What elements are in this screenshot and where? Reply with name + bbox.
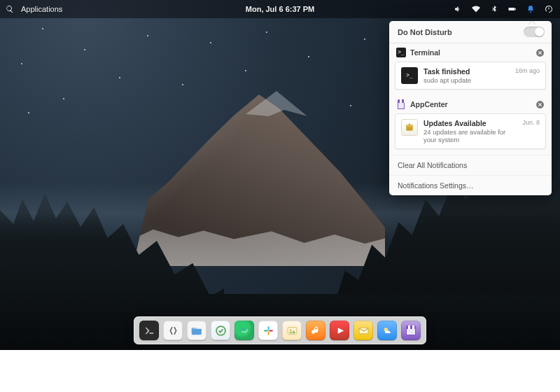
- bluetooth-icon[interactable]: [489, 4, 500, 15]
- dock-app-slack[interactable]: [258, 321, 278, 340]
- clear-section-icon[interactable]: [536, 48, 545, 57]
- clear-section-icon[interactable]: [536, 100, 545, 109]
- star: [28, 112, 29, 113]
- notification-time: Jun. 8: [522, 119, 540, 144]
- star: [84, 49, 85, 50]
- notification-section-header: AppCenter: [389, 95, 552, 112]
- notifications-icon[interactable]: [525, 4, 536, 15]
- svg-point-7: [241, 328, 244, 330]
- svg-rect-10: [264, 330, 268, 331]
- star: [42, 28, 43, 29]
- notification-title: Task finished: [424, 67, 510, 76]
- svg-rect-3: [406, 125, 412, 127]
- battery-icon[interactable]: [507, 4, 518, 15]
- svg-rect-11: [269, 330, 273, 331]
- volume-icon[interactable]: [452, 4, 463, 15]
- dock-app-files[interactable]: [187, 321, 206, 340]
- dock-app-web[interactable]: [234, 321, 254, 340]
- notification-body: sudo apt update: [424, 76, 510, 84]
- dnd-label: Do Not Disturb: [398, 28, 452, 36]
- dock-app-tasks[interactable]: [211, 321, 230, 340]
- dock-app-mail[interactable]: [354, 321, 373, 340]
- clock[interactable]: Mon, Jul 6 6:37 PM: [246, 5, 314, 13]
- star: [350, 105, 351, 106]
- notification-body: 24 updates are available for your system: [424, 128, 517, 144]
- section-app-name: AppCenter: [410, 100, 448, 108]
- svg-rect-8: [267, 326, 269, 330]
- notification-card[interactable]: Task finished sudo apt update 16m ago: [395, 62, 546, 90]
- star: [245, 70, 246, 71]
- notification-card[interactable]: Updates Available 24 updates are availab…: [395, 113, 546, 149]
- svg-rect-4: [409, 124, 410, 125]
- dock-app-weather[interactable]: [377, 321, 397, 340]
- star: [210, 42, 211, 43]
- terminal-icon: [401, 67, 418, 84]
- updates-icon: [401, 119, 418, 136]
- appcenter-icon: [405, 326, 417, 335]
- clear-all-button[interactable]: Clear All Notifications: [389, 155, 552, 175]
- svg-point-13: [289, 329, 291, 331]
- notification-title: Updates Available: [424, 119, 517, 127]
- session-icon[interactable]: [543, 4, 554, 15]
- applications-menu[interactable]: Applications: [6, 5, 62, 13]
- star: [364, 38, 365, 40]
- dock-app-code[interactable]: [163, 321, 183, 340]
- dnd-row: Do Not Disturb: [389, 21, 552, 43]
- star: [147, 35, 148, 36]
- star: [308, 56, 309, 57]
- dnd-toggle[interactable]: [524, 27, 545, 37]
- notification-section-header: Terminal: [389, 43, 552, 60]
- star: [119, 77, 120, 78]
- applications-label: Applications: [21, 5, 62, 13]
- section-app-name: Terminal: [410, 48, 440, 57]
- desktop: Applications Mon, Jul 6 6:37 PM: [0, 0, 560, 350]
- notification-settings-button[interactable]: Notifications Settings…: [389, 175, 552, 195]
- svg-rect-9: [267, 331, 269, 335]
- star: [21, 63, 22, 64]
- svg-point-6: [240, 326, 249, 335]
- terminal-icon: [396, 48, 406, 57]
- dock-app-videos[interactable]: [330, 321, 349, 340]
- dock-app-music[interactable]: [306, 321, 326, 340]
- star: [182, 84, 183, 85]
- star: [63, 98, 64, 99]
- notification-time: 16m ago: [515, 67, 540, 84]
- svg-rect-14: [359, 328, 368, 334]
- dock: [134, 316, 426, 344]
- dock-app-appcenter[interactable]: [401, 321, 421, 340]
- network-icon[interactable]: [470, 4, 482, 15]
- system-tray: [452, 4, 554, 15]
- search-icon: [6, 5, 14, 13]
- datetime-label: Mon, Jul 6 6:37 PM: [246, 5, 314, 13]
- appcenter-icon: [396, 99, 406, 109]
- notification-popover: Do Not Disturb Terminal Task finished su…: [389, 21, 552, 195]
- star: [266, 31, 267, 33]
- dock-app-terminal[interactable]: [139, 321, 159, 340]
- dock-app-photos[interactable]: [282, 321, 302, 340]
- top-panel: Applications Mon, Jul 6 6:37 PM: [0, 0, 560, 18]
